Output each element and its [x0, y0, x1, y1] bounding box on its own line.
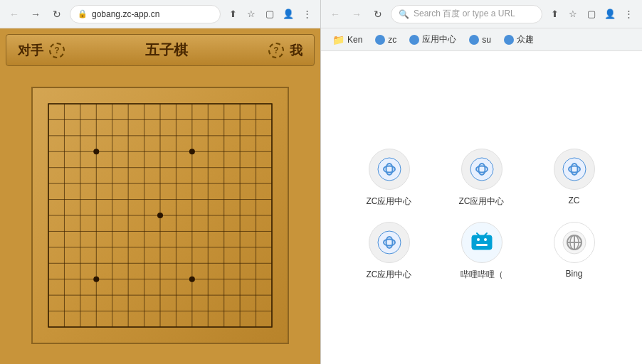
- tab-button[interactable]: ▢: [262, 6, 278, 22]
- search-engine-icon: 🔍: [399, 9, 409, 19]
- left-toolbar-actions: ⬆ ☆ ▢ 👤 ⋮: [225, 6, 315, 22]
- shortcut-icon-zc-2: [461, 149, 502, 190]
- my-section: ? 我: [268, 42, 302, 59]
- bookmark-zhongqu-label: 众趣: [517, 33, 534, 46]
- right-more-button[interactable]: ⋮: [621, 6, 636, 22]
- shortcut-zc-4[interactable]: ZC应用中心: [354, 222, 425, 281]
- svg-rect-4: [472, 235, 492, 250]
- bookmark-su-icon: [469, 35, 479, 45]
- opponent-help-button[interactable]: ?: [49, 43, 65, 58]
- new-tab-content: ZC应用中心 ZC应用中心: [321, 51, 642, 364]
- left-browser-window: ← → ↻ 🔒 gobang.zc-app.cn ⬆ ☆ ▢ 👤 ⋮ 对手 ? …: [0, 0, 321, 364]
- svg-point-2: [563, 158, 586, 181]
- bookmark-zc-label: zc: [388, 35, 396, 45]
- game-header: 对手 ? 五子棋 ? 我: [6, 34, 315, 66]
- zc-logo-svg-2: [469, 156, 495, 182]
- bookmark-app-center-label: 应用中心: [422, 33, 456, 46]
- right-profile-button[interactable]: 👤: [602, 6, 618, 22]
- shortcut-label-zc-2: ZC应用中心: [459, 196, 505, 208]
- folder-icon: 📁: [332, 34, 344, 46]
- shortcut-label-zc-3: ZC: [569, 196, 580, 205]
- lock-icon: 🔒: [78, 9, 88, 18]
- bookmarks-bar: 📁 Ken zc 应用中心 su 众趣: [321, 28, 642, 51]
- right-share-button[interactable]: ⬆: [547, 6, 562, 22]
- bookmark-zhongqu-icon: [504, 35, 514, 45]
- share-button[interactable]: ⬆: [225, 6, 241, 22]
- shortcut-icon-bing: [554, 222, 595, 263]
- shortcut-zc-3[interactable]: ZC: [539, 149, 610, 208]
- bookmark-app-center-icon: [409, 35, 419, 45]
- bookmark-su[interactable]: su: [463, 33, 497, 46]
- shortcuts-grid: ZC应用中心 ZC应用中心: [354, 149, 610, 281]
- profile-button[interactable]: 👤: [280, 6, 296, 22]
- bookmark-ken-label: Ken: [347, 35, 362, 45]
- board-container[interactable]: [6, 72, 315, 358]
- bookmark-app-center[interactable]: 应用中心: [404, 32, 462, 47]
- svg-rect-7: [476, 244, 488, 246]
- svg-point-6: [484, 238, 487, 241]
- svg-point-3: [378, 231, 401, 254]
- search-placeholder-text: Search 百度 or type a URL: [414, 8, 515, 20]
- shortcut-bing[interactable]: Bing: [539, 222, 610, 281]
- back-button[interactable]: ←: [6, 6, 23, 23]
- game-content: 对手 ? 五子棋 ? 我: [0, 28, 320, 364]
- right-refresh-button[interactable]: ↻: [369, 6, 386, 23]
- bing-logo-svg: [562, 230, 587, 255]
- right-back-button[interactable]: ←: [327, 6, 344, 23]
- zc-logo-svg-3: [562, 156, 587, 182]
- right-forward-button[interactable]: →: [348, 6, 365, 23]
- right-toolbar-actions: ⬆ ☆ ▢ 👤 ⋮: [547, 6, 636, 22]
- left-address-bar[interactable]: 🔒 gobang.zc-app.cn: [70, 5, 221, 23]
- left-toolbar: ← → ↻ 🔒 gobang.zc-app.cn ⬆ ☆ ▢ 👤 ⋮: [0, 0, 320, 28]
- svg-point-1: [470, 158, 493, 181]
- shortcut-label-zc-1: ZC应用中心: [367, 196, 412, 208]
- shortcut-icon-zc-4: [369, 222, 410, 263]
- refresh-button[interactable]: ↻: [48, 6, 65, 23]
- more-button[interactable]: ⋮: [299, 6, 315, 22]
- right-address-bar[interactable]: 🔍 Search 百度 or type a URL: [391, 5, 542, 23]
- svg-point-0: [378, 158, 401, 181]
- bookmark-button[interactable]: ☆: [243, 6, 259, 22]
- bookmark-zc[interactable]: zc: [369, 33, 402, 46]
- my-label: 我: [290, 42, 302, 59]
- bookmark-su-label: su: [482, 35, 491, 45]
- bookmark-zhongqu[interactable]: 众趣: [498, 32, 540, 47]
- opponent-label: 对手: [18, 42, 43, 59]
- shortcut-icon-bilibili: [461, 222, 502, 263]
- svg-point-5: [477, 238, 480, 241]
- bilibili-logo-svg: [469, 230, 495, 255]
- right-browser-window: ← → ↻ 🔍 Search 百度 or type a URL ⬆ ☆ ▢ 👤 …: [321, 0, 642, 364]
- forward-button[interactable]: →: [27, 6, 44, 23]
- zc-logo-svg-4: [377, 230, 402, 255]
- bookmark-ken[interactable]: 📁 Ken: [327, 33, 368, 47]
- shortcut-label-zc-4: ZC应用中心: [367, 269, 412, 281]
- shortcut-icon-zc-1: [369, 149, 410, 190]
- bookmark-zc-icon: [375, 35, 385, 45]
- shortcut-label-bing: Bing: [565, 269, 582, 279]
- shortcut-bilibili[interactable]: 哔哩哔哩（: [446, 222, 517, 281]
- shortcut-icon-zc-3: [554, 149, 595, 190]
- game-board[interactable]: [31, 87, 289, 344]
- right-toolbar: ← → ↻ 🔍 Search 百度 or type a URL ⬆ ☆ ▢ 👤 …: [321, 0, 642, 28]
- right-bookmark-button[interactable]: ☆: [565, 6, 581, 22]
- shortcut-label-bilibili: 哔哩哔哩（: [461, 269, 503, 281]
- shortcut-zc-2[interactable]: ZC应用中心: [446, 149, 517, 208]
- right-tab-button[interactable]: ▢: [584, 6, 599, 22]
- url-text: gobang.zc-app.cn: [92, 9, 159, 19]
- game-title: 五子棋: [145, 41, 188, 60]
- opponent-section: 对手 ?: [18, 42, 65, 59]
- my-help-button[interactable]: ?: [268, 43, 284, 58]
- zc-logo-svg-1: [377, 156, 402, 182]
- shortcut-zc-1[interactable]: ZC应用中心: [354, 149, 425, 208]
